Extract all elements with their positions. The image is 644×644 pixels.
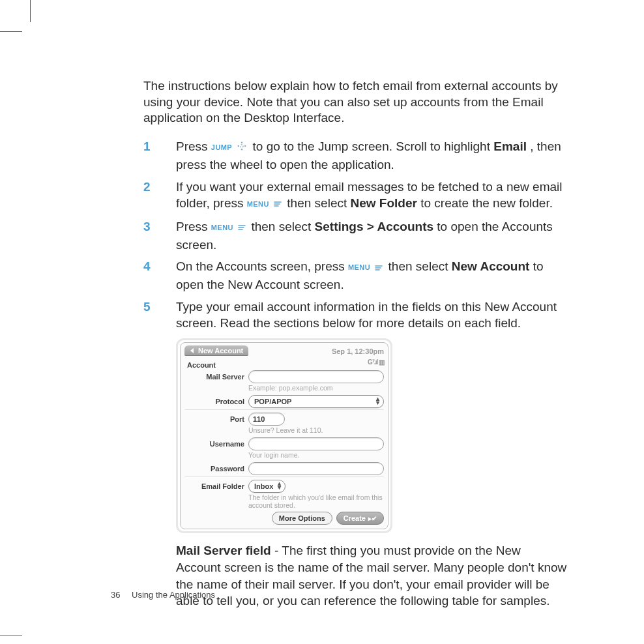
step-number: 4 <box>143 258 151 275</box>
step-number: 5 <box>143 299 151 315</box>
crop-mark <box>30 0 31 22</box>
step-text: If you want your external email messages… <box>176 180 562 211</box>
step-3: 3 Press MENU then select Settings > Acco… <box>143 218 567 253</box>
more-options-button[interactable]: More Options <box>272 512 332 525</box>
content-block: The instructions below explain how to fe… <box>143 78 567 609</box>
mail-server-hint: Example: pop.example.com <box>248 384 384 392</box>
svg-point-0 <box>241 145 243 147</box>
step-4: 4 On the Accounts screen, press MENU the… <box>143 258 567 293</box>
step-text: Press MENU then select Settings > Accoun… <box>176 220 553 252</box>
device-screenshot: New Account Sep 1, 12:30pm G⁷.ıl ▥ Accou… <box>176 338 392 533</box>
screen-tab: New Account <box>184 345 248 356</box>
menu-label: MENU <box>247 200 269 208</box>
menu-label: MENU <box>211 224 233 231</box>
port-label: Port <box>184 415 248 423</box>
port-input[interactable]: 110 <box>248 413 285 426</box>
step-text: Press JUMP to go to the Jump screen. Scr… <box>176 139 561 171</box>
step-5: 5 Type your email account information in… <box>143 299 567 332</box>
step-text: Type your email account information in t… <box>176 300 557 330</box>
step-2: 2 If you want your external email messag… <box>143 179 567 213</box>
updown-icon: ▴▾ <box>278 482 281 490</box>
password-label: Password <box>184 465 248 473</box>
username-hint: Your login name. <box>248 451 384 459</box>
dialog-footer: More Options Create▸✔ <box>184 512 384 525</box>
svg-point-2 <box>241 149 242 150</box>
protocol-label: Protocol <box>184 398 248 405</box>
port-hint: Unsure? Leave it at 110. <box>248 426 384 434</box>
page-number: 36 <box>111 590 120 600</box>
create-button[interactable]: Create▸✔ <box>336 512 384 525</box>
signal-icon: G⁷.ıl ▥ <box>368 359 384 366</box>
step-1: 1 Press JUMP to go to the Jump screen. S… <box>143 138 567 173</box>
step-text: On the Accounts screen, press MENU then … <box>176 259 544 291</box>
password-row: Password <box>184 462 384 475</box>
email-folder-select[interactable]: Inbox ▴▾ <box>248 480 285 493</box>
menu-icon <box>375 259 383 276</box>
protocol-row: Protocol POP/APOP ▴▾ <box>184 395 384 408</box>
svg-point-3 <box>238 145 239 147</box>
username-label: Username <box>184 440 248 448</box>
step-list: 1 Press JUMP to go to the Jump screen. S… <box>143 138 567 332</box>
menu-label: MENU <box>348 263 370 271</box>
mail-server-row: Mail Server <box>184 370 384 383</box>
username-row: Username <box>184 437 384 450</box>
check-icon: ▸✔ <box>368 515 377 522</box>
username-input[interactable] <box>248 437 384 450</box>
menu-icon <box>274 195 282 212</box>
step-number: 2 <box>143 179 151 196</box>
jump-icon <box>237 138 247 155</box>
step-number: 1 <box>143 138 151 155</box>
manual-page: The instructions below explain how to fe… <box>0 0 644 644</box>
jump-label: JUMP <box>211 143 232 151</box>
password-input[interactable] <box>248 462 384 475</box>
mail-server-label: Mail Server <box>184 373 248 381</box>
page-footer: 36 Using the Applications <box>111 590 215 600</box>
field-heading: Mail Server field <box>176 544 271 557</box>
email-folder-hint: The folder in which you'd like email fro… <box>248 493 384 509</box>
port-row: Port 110 <box>184 413 384 426</box>
svg-point-1 <box>241 142 242 143</box>
email-folder-label: Email Folder <box>184 482 248 490</box>
svg-point-4 <box>244 145 246 147</box>
menu-icon <box>238 218 246 235</box>
mail-server-input[interactable] <box>248 370 384 383</box>
updown-icon: ▴▾ <box>376 397 379 405</box>
mail-server-paragraph: Mail Server field - The first thing you … <box>176 542 567 609</box>
back-icon <box>188 347 196 355</box>
protocol-select[interactable]: POP/APOP ▴▾ <box>248 395 384 408</box>
clock: Sep 1, 12:30pm <box>332 347 384 355</box>
intro-paragraph: The instructions below explain how to fe… <box>143 78 567 126</box>
section-name: Using the Applications <box>132 590 215 600</box>
step-number: 3 <box>143 218 151 235</box>
crop-mark <box>0 31 22 32</box>
status-bar: Sep 1, 12:30pm G⁷.ıl ▥ <box>332 345 384 366</box>
email-folder-row: Email Folder Inbox ▴▾ <box>184 480 384 493</box>
crop-mark <box>0 636 22 636</box>
